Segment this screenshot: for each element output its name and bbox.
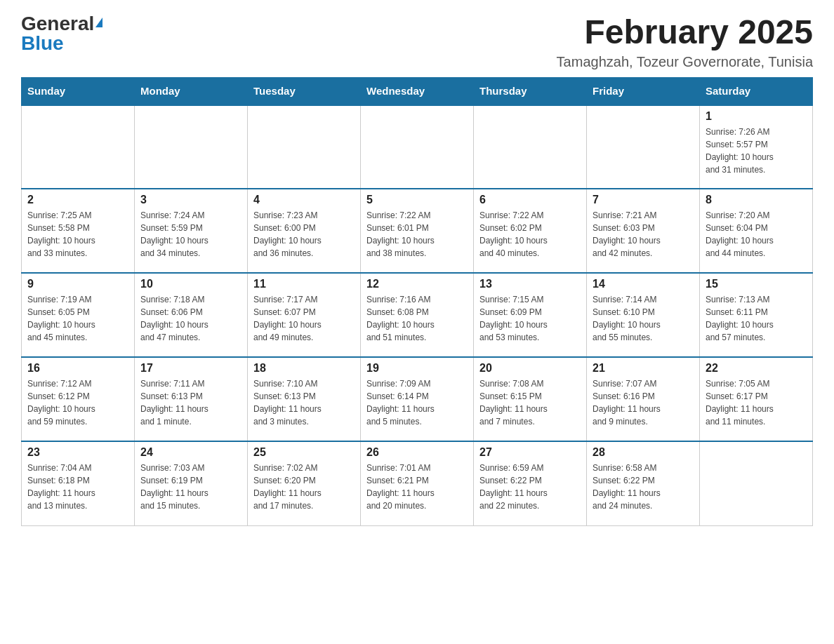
calendar-cell: 8Sunrise: 7:20 AMSunset: 6:04 PMDaylight… [700,189,813,273]
weekday-header-friday: Friday [587,77,700,105]
day-number: 13 [479,278,581,290]
calendar-cell: 10Sunrise: 7:18 AMSunset: 6:06 PMDayligh… [135,273,248,357]
day-number: 4 [253,194,355,206]
day-info: Sunrise: 7:16 AMSunset: 6:08 PMDaylight:… [366,293,468,344]
calendar-cell: 13Sunrise: 7:15 AMSunset: 6:09 PMDayligh… [474,273,587,357]
calendar-week-row: 23Sunrise: 7:04 AMSunset: 6:18 PMDayligh… [22,441,813,525]
calendar-cell: 28Sunrise: 6:58 AMSunset: 6:22 PMDayligh… [587,441,700,525]
day-number: 19 [366,362,468,375]
logo-blue-text: Blue [21,34,64,53]
calendar-cell: 17Sunrise: 7:11 AMSunset: 6:13 PMDayligh… [135,357,248,441]
day-number: 2 [27,194,128,206]
day-info: Sunrise: 7:10 AMSunset: 6:13 PMDaylight:… [253,377,355,428]
day-info: Sunrise: 7:03 AMSunset: 6:19 PMDaylight:… [140,462,241,512]
day-number: 22 [706,362,807,375]
day-info: Sunrise: 7:22 AMSunset: 6:02 PMDaylight:… [479,209,581,260]
day-info: Sunrise: 7:26 AMSunset: 5:57 PMDaylight:… [706,126,807,176]
calendar-cell: 24Sunrise: 7:03 AMSunset: 6:19 PMDayligh… [135,441,248,525]
calendar-cell: 15Sunrise: 7:13 AMSunset: 6:11 PMDayligh… [700,273,813,357]
logo-triangle-icon [95,18,102,27]
day-number: 23 [27,446,128,459]
month-title: February 2025 [557,14,813,51]
day-number: 26 [366,446,468,459]
day-number: 10 [140,278,241,290]
calendar-cell: 1Sunrise: 7:26 AMSunset: 5:57 PMDaylight… [700,105,813,189]
calendar-cell [587,105,700,189]
day-info: Sunrise: 7:08 AMSunset: 6:15 PMDaylight:… [479,377,581,428]
day-number: 27 [479,446,581,459]
day-info: Sunrise: 7:15 AMSunset: 6:09 PMDaylight:… [479,293,581,344]
calendar-cell: 19Sunrise: 7:09 AMSunset: 6:14 PMDayligh… [361,357,474,441]
calendar-cell: 3Sunrise: 7:24 AMSunset: 5:59 PMDaylight… [135,189,248,273]
day-info: Sunrise: 7:04 AMSunset: 6:18 PMDaylight:… [27,462,128,512]
day-number: 12 [366,278,468,290]
day-info: Sunrise: 7:14 AMSunset: 6:10 PMDaylight:… [593,293,694,344]
day-number: 25 [253,446,355,459]
day-info: Sunrise: 7:19 AMSunset: 6:05 PMDaylight:… [27,293,128,344]
title-section: February 2025 Tamaghzah, Tozeur Governor… [557,14,813,70]
calendar-week-row: 1Sunrise: 7:26 AMSunset: 5:57 PMDaylight… [22,105,813,189]
day-info: Sunrise: 7:13 AMSunset: 6:11 PMDaylight:… [706,293,807,344]
calendar-cell: 22Sunrise: 7:05 AMSunset: 6:17 PMDayligh… [700,357,813,441]
day-number: 17 [140,362,241,375]
day-info: Sunrise: 7:20 AMSunset: 6:04 PMDaylight:… [706,209,807,260]
calendar-cell: 25Sunrise: 7:02 AMSunset: 6:20 PMDayligh… [248,441,361,525]
day-number: 18 [253,362,355,375]
day-number: 21 [593,362,694,375]
calendar-cell: 12Sunrise: 7:16 AMSunset: 6:08 PMDayligh… [361,273,474,357]
calendar-cell: 16Sunrise: 7:12 AMSunset: 6:12 PMDayligh… [22,357,135,441]
day-info: Sunrise: 7:23 AMSunset: 6:00 PMDaylight:… [253,209,355,260]
day-number: 24 [140,446,241,459]
day-info: Sunrise: 7:02 AMSunset: 6:20 PMDaylight:… [253,462,355,512]
day-info: Sunrise: 7:18 AMSunset: 6:06 PMDaylight:… [140,293,241,344]
location-title: Tamaghzah, Tozeur Governorate, Tunisia [557,54,813,70]
day-number: 28 [593,446,694,459]
calendar-cell: 9Sunrise: 7:19 AMSunset: 6:05 PMDaylight… [22,273,135,357]
weekday-header-row: SundayMondayTuesdayWednesdayThursdayFrid… [22,77,813,105]
day-info: Sunrise: 7:25 AMSunset: 5:58 PMDaylight:… [27,209,128,260]
calendar-cell: 21Sunrise: 7:07 AMSunset: 6:16 PMDayligh… [587,357,700,441]
calendar-cell: 6Sunrise: 7:22 AMSunset: 6:02 PMDaylight… [474,189,587,273]
day-number: 8 [706,194,807,206]
day-info: Sunrise: 7:11 AMSunset: 6:13 PMDaylight:… [140,377,241,428]
day-number: 1 [706,110,807,123]
calendar-week-row: 9Sunrise: 7:19 AMSunset: 6:05 PMDaylight… [22,273,813,357]
day-number: 6 [479,194,581,206]
page-header: General Blue February 2025 Tamaghzah, To… [21,14,813,70]
calendar-cell: 18Sunrise: 7:10 AMSunset: 6:13 PMDayligh… [248,357,361,441]
day-number: 5 [366,194,468,206]
day-info: Sunrise: 7:24 AMSunset: 5:59 PMDaylight:… [140,209,241,260]
day-info: Sunrise: 6:58 AMSunset: 6:22 PMDaylight:… [593,462,694,512]
calendar-cell [474,105,587,189]
day-info: Sunrise: 7:07 AMSunset: 6:16 PMDaylight:… [593,377,694,428]
day-info: Sunrise: 7:21 AMSunset: 6:03 PMDaylight:… [593,209,694,260]
day-info: Sunrise: 7:01 AMSunset: 6:21 PMDaylight:… [366,462,468,512]
day-info: Sunrise: 7:05 AMSunset: 6:17 PMDaylight:… [706,377,807,428]
day-number: 20 [479,362,581,375]
day-info: Sunrise: 7:09 AMSunset: 6:14 PMDaylight:… [366,377,468,428]
day-number: 14 [593,278,694,290]
calendar-cell [135,105,248,189]
calendar-cell: 11Sunrise: 7:17 AMSunset: 6:07 PMDayligh… [248,273,361,357]
calendar-cell: 20Sunrise: 7:08 AMSunset: 6:15 PMDayligh… [474,357,587,441]
day-number: 11 [253,278,355,290]
day-number: 15 [706,278,807,290]
calendar-table: SundayMondayTuesdayWednesdayThursdayFrid… [21,77,813,526]
calendar-cell: 23Sunrise: 7:04 AMSunset: 6:18 PMDayligh… [22,441,135,525]
weekday-header-tuesday: Tuesday [248,77,361,105]
calendar-cell [361,105,474,189]
calendar-cell: 7Sunrise: 7:21 AMSunset: 6:03 PMDaylight… [587,189,700,273]
calendar-week-row: 16Sunrise: 7:12 AMSunset: 6:12 PMDayligh… [22,357,813,441]
calendar-cell: 14Sunrise: 7:14 AMSunset: 6:10 PMDayligh… [587,273,700,357]
weekday-header-wednesday: Wednesday [361,77,474,105]
day-info: Sunrise: 7:12 AMSunset: 6:12 PMDaylight:… [27,377,128,428]
calendar-cell: 2Sunrise: 7:25 AMSunset: 5:58 PMDaylight… [22,189,135,273]
logo-general-text: General [21,14,94,34]
calendar-cell: 27Sunrise: 6:59 AMSunset: 6:22 PMDayligh… [474,441,587,525]
calendar-cell [22,105,135,189]
day-info: Sunrise: 7:22 AMSunset: 6:01 PMDaylight:… [366,209,468,260]
weekday-header-monday: Monday [135,77,248,105]
weekday-header-thursday: Thursday [474,77,587,105]
logo: General Blue [21,14,102,53]
day-number: 16 [27,362,128,375]
